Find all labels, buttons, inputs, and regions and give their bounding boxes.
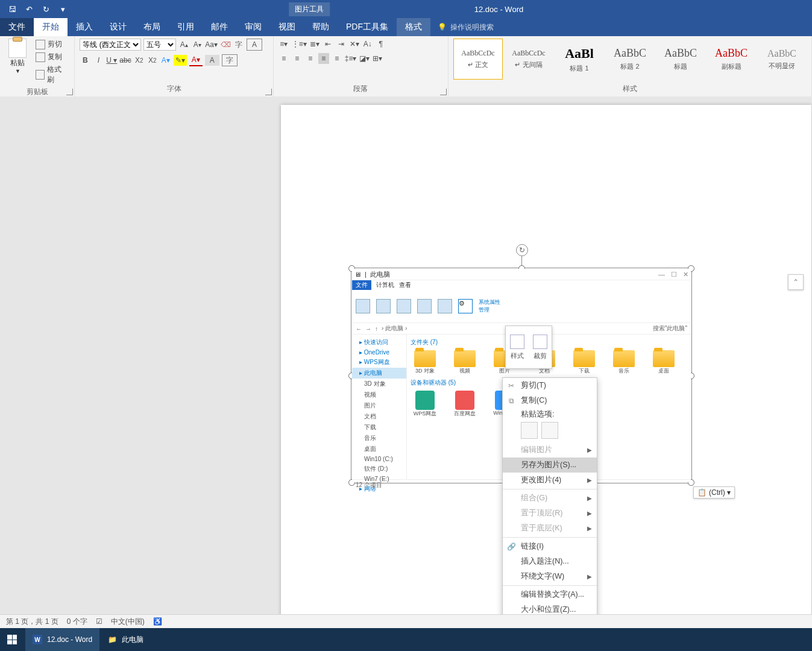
folder-item: 桌面: [649, 350, 678, 375]
ribbon-icon: [356, 299, 370, 313]
tab-help[interactable]: 帮助: [304, 18, 338, 36]
style-item[interactable]: AaBbCcDc↵ 无间隔: [504, 39, 553, 80]
taskbar-explorer[interactable]: 📁此电脑: [101, 628, 151, 651]
start-button[interactable]: [0, 628, 24, 651]
clear-format-button[interactable]: ⌫: [220, 39, 231, 50]
align-left-button[interactable]: ≡: [279, 53, 289, 64]
context-menu-item[interactable]: ✂剪切(T): [503, 378, 597, 393]
font-color-button[interactable]: A▾: [189, 54, 203, 66]
numbering-button[interactable]: ⋮≡▾: [292, 39, 307, 49]
group-font: 等线 (西文正文 五号 A▴ A▾ Aa▾ ⌫ 字 A B I U ▾ abc …: [75, 36, 273, 96]
tab-review[interactable]: 审阅: [236, 18, 270, 36]
paste-button[interactable]: 粘贴 ▼: [5, 39, 31, 74]
shading-button[interactable]: ◪▾: [359, 53, 370, 64]
crop-label: 裁剪: [533, 351, 547, 360]
bullets-button[interactable]: ≡▾: [279, 39, 289, 49]
qat-customize[interactable]: ▾: [55, 2, 70, 16]
context-menu-item: 组合(G)▶: [503, 491, 597, 506]
word-count[interactable]: 0 个字: [67, 617, 87, 627]
word-icon: W: [33, 635, 42, 644]
style-item[interactable]: AaBl标题 1: [555, 39, 604, 80]
grow-font-button[interactable]: A▴: [178, 39, 189, 50]
page-status[interactable]: 第 1 页，共 1 页: [6, 617, 58, 627]
dialog-launcher-icon[interactable]: [66, 89, 73, 95]
tell-me-search[interactable]: 💡 操作说明搜索: [438, 18, 494, 36]
taskbar-word[interactable]: W12.doc - Word: [25, 628, 99, 651]
tab-mailings[interactable]: 邮件: [203, 18, 236, 36]
asian-layout-button[interactable]: ✕▾: [349, 39, 360, 49]
dialog-launcher-icon[interactable]: [265, 89, 272, 95]
accessibility-icon[interactable]: ♿: [153, 617, 162, 626]
paste-option[interactable]: [521, 422, 538, 439]
context-menu-item[interactable]: 编辑替换文字(A)...: [503, 587, 597, 602]
context-menu-item[interactable]: 另存为图片(S)...: [503, 458, 597, 473]
document-canvas[interactable]: ↻ 🖥 | 此电脑 —☐✕ 文件 计算机 查看: [0, 96, 812, 633]
tab-layout[interactable]: 布局: [135, 18, 169, 36]
tab-design[interactable]: 设计: [101, 18, 135, 36]
char-shading-button[interactable]: A: [205, 55, 219, 66]
tab-format[interactable]: 格式: [397, 18, 430, 36]
tab-file[interactable]: 文件: [0, 18, 34, 36]
font-name-select[interactable]: 等线 (西文正文: [80, 39, 141, 51]
align-center-button[interactable]: ≡: [292, 53, 303, 64]
distribute-button[interactable]: ≡: [332, 53, 342, 64]
increase-indent-button[interactable]: ⇥: [336, 39, 347, 49]
copy-button[interactable]: 复制: [34, 51, 69, 63]
context-menu-item[interactable]: 🔗链接(I): [503, 539, 597, 554]
context-menu-item[interactable]: ⧉复制(C): [503, 393, 597, 408]
undo-button[interactable]: ↶: [22, 2, 36, 16]
multilevel-button[interactable]: ≣▾: [309, 39, 320, 49]
line-spacing-button[interactable]: ‡≡▾: [345, 53, 357, 64]
tab-home[interactable]: 开始: [34, 18, 68, 36]
superscript-button[interactable]: X2: [147, 55, 158, 66]
context-menu-item[interactable]: 插入题注(N)...: [503, 554, 597, 569]
redo-button[interactable]: ↻: [39, 2, 53, 16]
rotate-handle[interactable]: ↻: [516, 244, 528, 256]
sort-button[interactable]: A↓: [362, 39, 373, 49]
context-menu-item[interactable]: 更改图片(4)▶: [503, 473, 597, 488]
strike-button[interactable]: abc: [119, 55, 131, 66]
paste-option[interactable]: [541, 422, 558, 439]
phonetic-guide-button[interactable]: 字: [233, 39, 244, 50]
language-status[interactable]: 中文(中国): [111, 617, 145, 627]
tab-pdf[interactable]: PDF工具集: [338, 18, 397, 36]
shrink-font-button[interactable]: A▾: [192, 39, 203, 50]
ctrl-indicator[interactable]: 📋 (Ctrl) ▾: [693, 486, 735, 498]
styles-gallery[interactable]: AaBbCcDc↵ 正文AaBbCcDc↵ 无间隔AaBl标题 1AaBbC标题…: [453, 39, 807, 80]
borders-button[interactable]: ⊞▾: [372, 53, 383, 64]
layout-options-button[interactable]: ⌃: [788, 274, 804, 290]
style-item[interactable]: AaBbC标题: [656, 39, 705, 80]
style-item[interactable]: AaBbC标题 2: [605, 39, 655, 80]
style-item[interactable]: AaBbCcDc↵ 正文: [453, 39, 503, 80]
save-button[interactable]: 🖫: [5, 2, 19, 16]
change-case-button[interactable]: Aa▾: [205, 39, 218, 50]
style-item[interactable]: AaBbC不明显伢: [757, 39, 807, 80]
cut-button[interactable]: 剪切: [34, 39, 69, 50]
group-paragraph-label: 段落: [279, 83, 443, 95]
highlight-button[interactable]: ✎▾: [174, 55, 187, 66]
decrease-indent-button[interactable]: ⇤: [323, 39, 333, 49]
format-painter-button[interactable]: 格式刷: [34, 64, 69, 86]
char-border-button[interactable]: A: [247, 39, 262, 51]
tab-references[interactable]: 引用: [169, 18, 203, 36]
crop-button[interactable]: 裁剪: [529, 326, 552, 368]
enclose-char-button[interactable]: 字: [222, 54, 238, 66]
italic-button[interactable]: I: [93, 55, 104, 66]
font-size-select[interactable]: 五号: [143, 39, 176, 51]
folder-item: 下载: [570, 350, 599, 375]
underline-button[interactable]: U ▾: [106, 55, 117, 66]
dialog-launcher-icon[interactable]: [440, 89, 447, 95]
context-menu-item[interactable]: 环绕文字(W)▶: [503, 569, 597, 584]
tab-insert[interactable]: 插入: [68, 18, 101, 36]
align-right-button[interactable]: ≡: [305, 53, 316, 64]
sidebar-item: ▸ WPS网盘: [352, 357, 406, 368]
tab-view[interactable]: 视图: [270, 18, 304, 36]
picture-style-button[interactable]: 样式: [506, 326, 529, 368]
spellcheck-icon[interactable]: ☑: [96, 617, 102, 626]
show-marks-button[interactable]: ¶: [376, 39, 386, 49]
subscript-button[interactable]: X2: [134, 55, 145, 66]
style-item[interactable]: AaBbC副标题: [707, 39, 756, 80]
justify-button[interactable]: ≡: [318, 53, 329, 64]
bold-button[interactable]: B: [80, 55, 90, 66]
text-effects-button[interactable]: A▾: [160, 55, 171, 66]
